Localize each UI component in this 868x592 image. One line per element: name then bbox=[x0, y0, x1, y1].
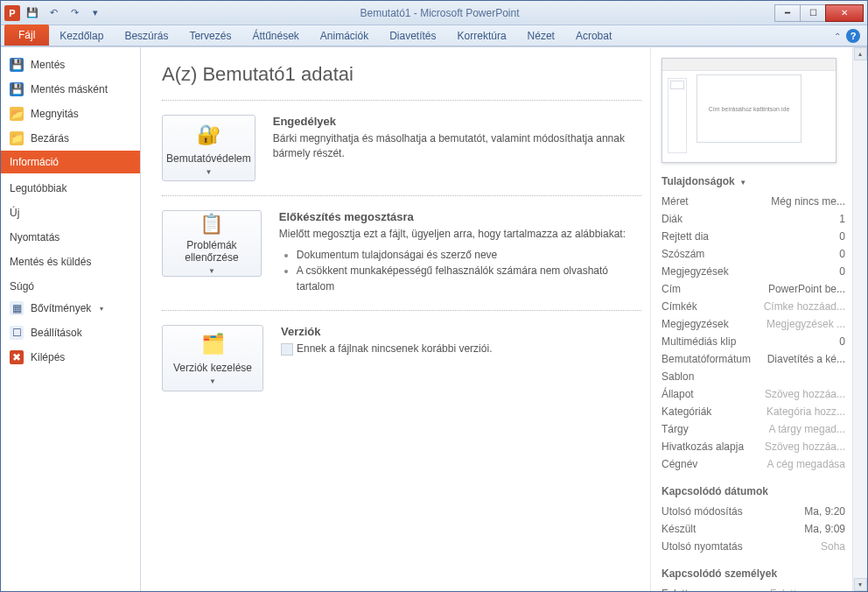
backstage: 💾Mentés 💾Mentés másként 📂Megnyitás 📁Bezá… bbox=[1, 46, 867, 591]
qat-undo-icon[interactable]: ↶ bbox=[45, 5, 62, 21]
maximize-button[interactable]: ☐ bbox=[800, 4, 826, 22]
section-body: Ennek a fájlnak nincsenek korábbi verzió… bbox=[297, 342, 492, 355]
people-header: Kapcsolódó személyek bbox=[662, 567, 845, 580]
ribbon-minimize-icon[interactable]: ⌃ bbox=[834, 32, 841, 41]
property-row: Megjegyzések0 bbox=[662, 263, 845, 280]
nav-exit[interactable]: ✖Kilépés bbox=[1, 345, 140, 370]
nav-label: Mentés másként bbox=[31, 83, 108, 95]
nav-save[interactable]: 💾Mentés bbox=[1, 53, 140, 77]
list-item: A csökkent munkaképességű felhasználók s… bbox=[297, 263, 641, 294]
property-value[interactable]: Címke hozzáad... bbox=[764, 300, 845, 313]
qat-redo-icon[interactable]: ↷ bbox=[66, 5, 83, 21]
nav-label: Beállítások bbox=[31, 327, 82, 339]
property-value[interactable]: Soha bbox=[821, 540, 845, 553]
nav-save-as[interactable]: 💾Mentés másként bbox=[1, 77, 140, 102]
property-value[interactable]: Szöveg hozzáa... bbox=[765, 440, 845, 453]
close-button[interactable]: ✕ bbox=[825, 4, 864, 22]
versions-row: 🗂️ Verziók kezelése ▼ Verziók Ennek a fá… bbox=[162, 325, 641, 391]
nav-recent[interactable]: Legutóbbiak bbox=[1, 173, 140, 198]
exit-icon: ✖ bbox=[10, 350, 24, 364]
dates-list: Utolsó módosításMa, 9:20KészültMa, 9:09U… bbox=[662, 503, 845, 555]
property-value[interactable]: Megjegyzések ... bbox=[766, 318, 845, 330]
properties-header[interactable]: Tulajdonságok ▼ bbox=[662, 175, 845, 187]
tab-home[interactable]: Kezdőlap bbox=[49, 26, 114, 46]
property-value[interactable]: Kategória hozz... bbox=[766, 405, 845, 418]
property-key: Rejtett dia bbox=[662, 230, 709, 243]
property-value: 0 bbox=[839, 335, 845, 348]
qat-save-icon[interactable]: 💾 bbox=[24, 5, 41, 21]
nav-help[interactable]: Súgó bbox=[1, 271, 140, 296]
nav-label: Megnyitás bbox=[31, 108, 79, 120]
backstage-nav: 💾Mentés 💾Mentés másként 📂Megnyitás 📁Bezá… bbox=[1, 47, 141, 591]
property-row: Utolsó nyomtatásSoha bbox=[662, 538, 845, 555]
nav-info[interactable]: Információ bbox=[1, 151, 140, 173]
section-heading: Előkészítés megosztásra bbox=[279, 210, 641, 223]
nav-save-send[interactable]: Mentés és küldés bbox=[1, 247, 140, 271]
quick-access-toolbar: P 💾 ↶ ↷ ▾ bbox=[4, 5, 104, 21]
app-window: P 💾 ↶ ↷ ▾ Bemutató1 - Microsoft PowerPoi… bbox=[0, 0, 868, 592]
property-key: Kategóriák bbox=[662, 405, 711, 418]
window-title: Bemutató1 - Microsoft PowerPoint bbox=[104, 7, 775, 19]
property-value[interactable]: A tárgy megad... bbox=[769, 423, 845, 435]
nav-addins[interactable]: ▦Bővítmények▾ bbox=[1, 296, 140, 321]
window-controls: ━ ☐ ✕ bbox=[775, 4, 864, 22]
thumb-ribbon bbox=[662, 59, 836, 71]
thumb-slide-nav bbox=[668, 78, 687, 153]
tab-acrobat[interactable]: Acrobat bbox=[565, 26, 622, 46]
property-row: Multimédiás klip0 bbox=[662, 333, 845, 350]
nav-options[interactable]: ☐Beállítások bbox=[1, 321, 140, 345]
property-key: Utolsó nyomtatás bbox=[662, 540, 743, 553]
titlebar: P 💾 ↶ ↷ ▾ Bemutató1 - Microsoft PowerPoi… bbox=[1, 1, 867, 25]
chevron-down-icon: ▼ bbox=[205, 168, 212, 176]
check-issues-button[interactable]: 📋 Problémák ellenőrzése ▼ bbox=[162, 210, 262, 277]
nav-close[interactable]: 📁Bezárás bbox=[1, 126, 140, 151]
nav-new[interactable]: Új bbox=[1, 198, 140, 222]
scroll-up-icon[interactable]: ▴ bbox=[854, 47, 867, 60]
property-row: Sablon bbox=[662, 368, 845, 385]
nav-print[interactable]: Nyomtatás bbox=[1, 222, 140, 247]
tab-animations[interactable]: Animációk bbox=[310, 26, 379, 46]
protect-presentation-button[interactable]: 🔐 Bemutatóvédelem ▼ bbox=[162, 115, 256, 181]
nav-open[interactable]: 📂Megnyitás bbox=[1, 102, 140, 126]
property-row: MéretMég nincs me... bbox=[662, 193, 845, 210]
properties-pane: Cím beírásához kattintson ide Tulajdonsá… bbox=[651, 47, 852, 591]
minimize-button[interactable]: ━ bbox=[774, 4, 801, 22]
checklist-icon: 📋 bbox=[198, 213, 226, 236]
property-value: 0 bbox=[839, 265, 845, 278]
tab-file[interactable]: Fájl bbox=[4, 25, 49, 46]
tab-transitions[interactable]: Áttűnések bbox=[242, 26, 309, 46]
tab-insert[interactable]: Beszúrás bbox=[114, 26, 178, 46]
property-key: Címkék bbox=[662, 300, 697, 313]
nav-label: Bezárás bbox=[31, 132, 69, 144]
scrollbar[interactable]: ▴ ▾ bbox=[852, 47, 867, 591]
qat-customize-icon[interactable]: ▾ bbox=[87, 5, 104, 21]
property-key: Bemutatóformátum bbox=[662, 353, 751, 365]
property-row: MegjegyzésekMegjegyzések ... bbox=[662, 315, 845, 333]
slide-thumbnail[interactable]: Cím beírásához kattintson ide bbox=[662, 58, 836, 163]
scroll-down-icon[interactable]: ▾ bbox=[854, 578, 867, 591]
property-value[interactable]: A cég megadása bbox=[767, 458, 845, 470]
help-icon[interactable]: ? bbox=[846, 29, 860, 43]
section-heading: Engedélyek bbox=[273, 115, 641, 128]
tab-design[interactable]: Tervezés bbox=[178, 26, 242, 46]
property-value: PowerPoint be... bbox=[768, 283, 845, 295]
save-icon: 💾 bbox=[10, 58, 24, 72]
manage-versions-button[interactable]: 🗂️ Verziók kezelése ▼ bbox=[162, 325, 263, 391]
tab-slideshow[interactable]: Diavetítés bbox=[379, 26, 446, 46]
property-value: Ma, 9:09 bbox=[804, 523, 845, 535]
property-row: CímPowerPoint be... bbox=[662, 280, 845, 298]
property-row: FelettesFelettes mega... bbox=[662, 585, 845, 591]
property-value[interactable]: Szöveg hozzáa... bbox=[765, 388, 845, 400]
app-icon[interactable]: P bbox=[4, 5, 20, 21]
tab-review[interactable]: Korrektúra bbox=[447, 26, 517, 46]
property-value[interactable]: Felettes mega... bbox=[770, 588, 845, 591]
button-label: Problémák ellenőrzése bbox=[166, 239, 257, 264]
section-heading: Verziók bbox=[281, 325, 492, 338]
property-row: CégnévA cég megadása bbox=[662, 455, 845, 473]
open-icon: 📂 bbox=[10, 107, 24, 121]
nav-label: Bővítmények bbox=[31, 302, 91, 314]
property-value: 1 bbox=[839, 213, 845, 225]
tab-view[interactable]: Nézet bbox=[517, 26, 565, 46]
property-row: CímkékCímke hozzáad... bbox=[662, 298, 845, 315]
prepare-text: Előkészítés megosztásra Mielőtt megosztj… bbox=[279, 210, 641, 296]
